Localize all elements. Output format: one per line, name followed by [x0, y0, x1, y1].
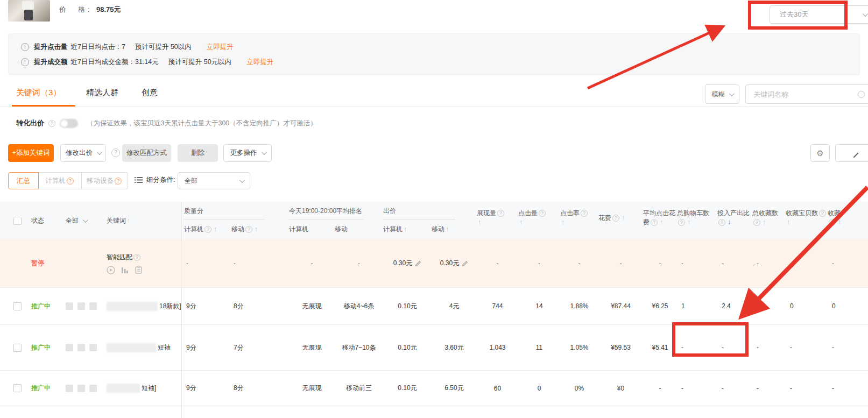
match-mode-select[interactable]: 模糊: [705, 84, 739, 104]
sort-up-icon[interactable]: ↑: [214, 225, 217, 233]
question-icon: ?: [539, 210, 546, 217]
column-subheader[interactable]: 移动?↑: [231, 202, 289, 239]
product-thumbnail[interactable]: [8, 0, 50, 22]
sort-up-icon[interactable]: ↑: [519, 218, 523, 226]
modify-match-type-button[interactable]: 修改匹配方式: [122, 144, 171, 162]
edit-pencil-icon[interactable]: [415, 260, 421, 267]
column-subheader[interactable]: 移动↑: [432, 202, 477, 239]
suggestion-panel: ! 提升点击量 近7日日均点击：7 预计可提升 50以内 立即提升 ! 提升成交…: [8, 33, 860, 75]
keyword-cell[interactable]: 短袖]: [107, 371, 184, 406]
question-icon: ?: [115, 178, 122, 185]
metric-cell: -: [786, 325, 828, 370]
modify-bid-button[interactable]: 修改出价: [60, 144, 106, 162]
header-checkbox-cell: [12, 202, 31, 239]
segment-mobile[interactable]: 移动设备?: [81, 172, 128, 189]
conversion-bid-label: 转化出价: [16, 118, 44, 128]
suggestion-predict: 预计可提升 50元以内: [168, 58, 231, 67]
question-icon: ?: [133, 254, 140, 261]
metric-cell: -: [518, 239, 560, 287]
metric-cell: 8分: [231, 288, 289, 324]
keyword-cell[interactable]: 18新款]: [107, 288, 184, 324]
metric-value: ¥6.25: [652, 302, 668, 310]
play-report-icon[interactable]: [107, 266, 115, 274]
row-checkbox[interactable]: [13, 384, 22, 392]
sort-up-icon[interactable]: ↑: [838, 218, 841, 226]
metric-cell: 8分: [231, 371, 289, 406]
settings-button[interactable]: ⚙: [810, 144, 830, 162]
column-header[interactable]: 收藏?↑: [828, 202, 868, 239]
column-header[interactable]: 展现量?↑: [477, 202, 518, 239]
edit-pencil-icon[interactable]: [462, 260, 468, 267]
column-subheader[interactable]: 计算机: [289, 202, 335, 239]
column-label: 总购物车数: [677, 209, 709, 217]
chevron-down-icon: [97, 150, 102, 155]
column-header-keyword[interactable]: 关键词↑: [107, 202, 184, 239]
select-all-checkbox[interactable]: [13, 217, 22, 225]
column-subheader[interactable]: 计算机↑: [383, 202, 432, 239]
column-header[interactable]: 点击率?↑: [560, 202, 598, 239]
row-checkbox[interactable]: [13, 344, 22, 352]
sort-up-icon[interactable]: ↑: [478, 218, 481, 226]
metric-value: 1.88%: [570, 302, 588, 310]
column-header[interactable]: 平均点击花费?↑: [643, 202, 677, 239]
metric-value: 60: [494, 385, 501, 392]
column-header[interactable]: 投入产出比?↓: [717, 202, 752, 239]
keyword-promotion-page: 价 格： 98.75元 过去30天 ! 提升点击量 近7日日均点击：7 预计可提…: [0, 0, 868, 418]
state-filter-dropdown[interactable]: 全部: [66, 202, 107, 239]
sort-up-icon[interactable]: ↑: [404, 225, 407, 233]
column-header[interactable]: 总购物车数?↑: [677, 202, 717, 239]
sort-up-icon[interactable]: ↑: [660, 218, 663, 226]
search-icon[interactable]: [858, 91, 865, 98]
column-header[interactable]: 点击量?↑: [518, 202, 560, 239]
keyword-cell[interactable]: 短袖: [107, 325, 184, 370]
delete-button[interactable]: 删除: [178, 144, 218, 162]
metric-cell: 0.30元: [432, 239, 477, 287]
conversion-bid-toggle[interactable]: [60, 119, 78, 128]
metric-cell: -: [786, 371, 828, 406]
boost-now-link[interactable]: 立即提升: [207, 42, 234, 52]
tab-keywords[interactable]: 关键词（3）: [16, 88, 61, 98]
column-subheader[interactable]: 移动: [335, 202, 383, 239]
add-keyword-button[interactable]: +添加关键词: [8, 144, 54, 162]
column-header[interactable]: 花费?↑: [598, 202, 643, 239]
sort-up-icon[interactable]: ↑: [446, 225, 449, 233]
sort-up-icon[interactable]: ↑: [127, 216, 130, 225]
tab-creatives[interactable]: 创意: [142, 88, 158, 98]
segment-summary[interactable]: 汇总: [8, 172, 39, 189]
boost-now-link[interactable]: 立即提升: [246, 58, 273, 67]
metric-value: 8分: [234, 302, 244, 311]
redacted-icons-cell: [66, 288, 107, 324]
row-checkbox[interactable]: [13, 302, 22, 310]
metric-value: -: [311, 260, 313, 267]
question-icon[interactable]: ?: [48, 120, 55, 127]
chevron-down-icon: [729, 91, 734, 96]
sort-up-icon[interactable]: ↑: [255, 225, 258, 233]
tab-audiences[interactable]: 精选人群: [86, 88, 118, 98]
product-price: 价 格： 98.75元: [59, 5, 121, 15]
column-header[interactable]: 收藏宝贝数?↑: [786, 202, 828, 239]
clipboard-icon[interactable]: [135, 266, 142, 274]
sort-up-icon[interactable]: ↑: [622, 214, 625, 222]
sort-up-icon[interactable]: ↑: [787, 218, 790, 226]
date-range-select[interactable]: 过去30天: [770, 5, 868, 24]
keyword-search-input[interactable]: [753, 90, 850, 98]
bar-chart-icon[interactable]: [121, 266, 129, 274]
metric-value: 9分: [186, 302, 196, 311]
sort-up-icon[interactable]: ↑: [763, 218, 766, 226]
sort-down-icon[interactable]: ↓: [728, 218, 731, 226]
question-icon[interactable]: ?: [111, 148, 120, 157]
subdivide-select[interactable]: 全部: [178, 172, 250, 189]
metric-cell: 0%: [560, 371, 598, 406]
metric-cell: -: [786, 239, 828, 287]
export-button[interactable]: [835, 144, 868, 162]
column-subheader[interactable]: 计算机?↑: [184, 202, 231, 239]
metric-cell: ¥87.44: [598, 288, 643, 324]
more-actions-button[interactable]: 更多操作: [223, 144, 272, 162]
segment-pc[interactable]: 计算机?: [38, 172, 82, 189]
question-icon: ?: [204, 226, 211, 233]
metric-cell: -: [231, 239, 289, 287]
sort-up-icon[interactable]: ↑: [687, 218, 690, 226]
sort-up-icon[interactable]: ↑: [561, 218, 564, 226]
column-header[interactable]: 总收藏数?↑: [752, 202, 786, 239]
redacted-icon: [66, 385, 73, 392]
